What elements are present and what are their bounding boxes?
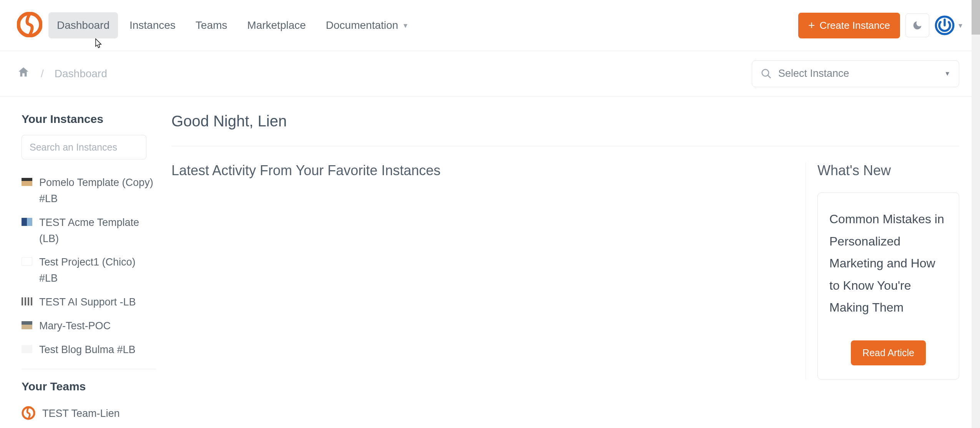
- user-menu[interactable]: ▾: [935, 15, 962, 35]
- theme-toggle-button[interactable]: [905, 13, 929, 37]
- home-icon[interactable]: [17, 66, 30, 81]
- nav-marketplace[interactable]: Marketplace: [239, 12, 314, 38]
- instance-thumbnail: [22, 345, 32, 353]
- instance-thumbnail: [22, 297, 32, 305]
- list-item[interactable]: Test Project1 (Chico) #LB: [22, 250, 156, 290]
- list-item[interactable]: TEST Acme Template (LB): [22, 211, 156, 251]
- nav-teams[interactable]: Teams: [187, 12, 236, 38]
- chevron-down-icon: ▼: [944, 70, 950, 77]
- search-instances-input[interactable]: [22, 135, 146, 159]
- list-item[interactable]: Mary-Test-POC: [22, 314, 156, 338]
- breadcrumb-separator: /: [41, 68, 44, 80]
- list-item[interactable]: Test Blog Bulma #LB: [22, 338, 156, 362]
- instance-thumbnail: [22, 321, 32, 329]
- instance-thumbnail: [22, 257, 32, 265]
- instance-selector-placeholder: Select Instance: [778, 68, 938, 80]
- nav-instances[interactable]: Instances: [121, 12, 184, 38]
- instance-label: Test Blog Bulma #LB: [39, 342, 136, 358]
- plus-icon: +: [808, 20, 815, 31]
- breadcrumb-current: Dashboard: [55, 68, 107, 80]
- team-list: TEST Team-Lien: [22, 402, 156, 425]
- read-article-button[interactable]: Read Article: [851, 340, 926, 365]
- nav-dashboard[interactable]: Dashboard: [48, 12, 118, 38]
- nav-documentation[interactable]: Documentation ▾: [317, 12, 416, 38]
- list-item[interactable]: TEST Team-Lien: [22, 402, 156, 425]
- instance-label: Pomelo Template (Copy) #LB: [39, 175, 156, 207]
- create-instance-label: Create Instance: [819, 20, 890, 32]
- activity-title: Latest Activity From Your Favorite Insta…: [171, 163, 798, 179]
- whats-new-title: What's New: [817, 163, 959, 179]
- nav-documentation-label: Documentation: [326, 19, 398, 32]
- team-label: TEST Team-Lien: [42, 408, 120, 420]
- brand-logo[interactable]: [17, 12, 42, 39]
- power-icon: [935, 15, 955, 35]
- instance-label: Mary-Test-POC: [39, 318, 111, 334]
- instance-label: TEST AI Support -LB: [39, 294, 136, 310]
- instance-list: Pomelo Template (Copy) #LB TEST Acme Tem…: [22, 171, 156, 369]
- chevron-down-icon: ▾: [958, 21, 962, 30]
- chevron-down-icon: ▾: [404, 21, 407, 30]
- your-teams-title: Your Teams: [22, 380, 156, 393]
- primary-nav: Dashboard Instances Teams Marketplace Do…: [48, 12, 416, 38]
- scrollbar-track[interactable]: [972, 0, 980, 428]
- top-header: Dashboard Instances Teams Marketplace Do…: [0, 0, 972, 51]
- news-article-title: Common Mistakes in Personalized Marketin…: [829, 208, 947, 319]
- list-item[interactable]: Pomelo Template (Copy) #LB: [22, 171, 156, 211]
- news-card: Common Mistakes in Personalized Marketin…: [817, 192, 959, 380]
- moon-icon: [912, 20, 923, 31]
- list-item[interactable]: TEST AI Support -LB: [22, 290, 156, 314]
- scrollbar-thumb[interactable]: [972, 0, 980, 35]
- instance-selector[interactable]: Select Instance ▼: [752, 60, 959, 87]
- your-instances-title: Your Instances: [22, 113, 156, 126]
- instance-thumbnail: [22, 218, 32, 226]
- instance-label: TEST Acme Template (LB): [39, 215, 156, 247]
- instance-thumbnail: [22, 178, 32, 186]
- sub-header: / Dashboard Select Instance ▼: [0, 51, 972, 96]
- sidebar: Your Instances Pomelo Template (Copy) #L…: [22, 113, 156, 425]
- greeting-title: Good Night, Lien: [171, 113, 959, 146]
- whats-new-panel: What's New Common Mistakes in Personaliz…: [806, 163, 959, 380]
- main-content: Good Night, Lien Latest Activity From Yo…: [171, 113, 959, 425]
- breadcrumb: / Dashboard: [17, 66, 107, 81]
- activity-panel: Latest Activity From Your Favorite Insta…: [171, 163, 806, 380]
- search-icon: [761, 68, 772, 80]
- create-instance-button[interactable]: + Create Instance: [798, 13, 900, 38]
- team-logo-icon: [22, 406, 35, 421]
- svg-point-2: [762, 69, 769, 76]
- instance-label: Test Project1 (Chico) #LB: [39, 254, 156, 287]
